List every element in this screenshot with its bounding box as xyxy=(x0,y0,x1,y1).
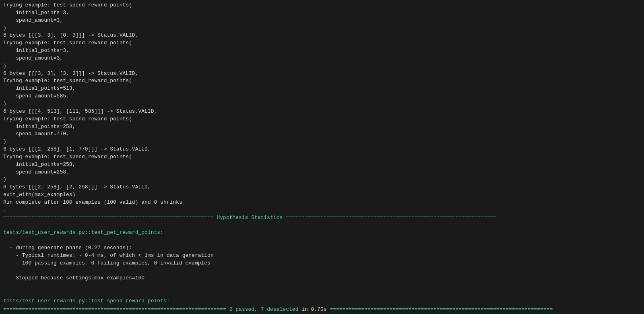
output-line: 6 bytes [[[3, 3], [3, 3]]] -> Status.VAL… xyxy=(3,70,641,78)
output-line: Trying example: test_spend_reward_points… xyxy=(3,153,641,161)
output-line: initial_points=3, xyxy=(3,47,641,55)
terminal-window: Trying example: test_spend_reward_points… xyxy=(0,0,644,314)
output-line: Trying example: test_spend_reward_points… xyxy=(3,2,641,9)
output-line: exit_with(max_examples) xyxy=(3,191,641,199)
output-line: initial_points=513, xyxy=(3,85,641,93)
output-line: 6 bytes [[[4, 513], [111, 585]]] -> Stat… xyxy=(3,108,641,116)
output-line: ) xyxy=(3,138,641,146)
hypothesis-detail: - 100 passing examples, 0 failing exampl… xyxy=(3,260,641,267)
output-line: ) xyxy=(3,25,641,32)
hypothesis-detail: - during generate phase (0.27 seconds): xyxy=(3,244,641,252)
terminal-output: Trying example: test_spend_reward_points… xyxy=(0,0,644,305)
blank-line xyxy=(3,282,641,290)
output-line: Trying example: test_spend_reward_points… xyxy=(3,39,641,47)
output-line: spend_amount=770, xyxy=(3,130,641,138)
blank-line xyxy=(3,290,641,297)
output-line: Run complete after 100 examples (100 val… xyxy=(3,199,641,207)
hypothesis-detail xyxy=(3,267,641,275)
status-bar: ========================================… xyxy=(0,305,644,314)
output-line: 6 bytes [[[3, 3], [0, 3]]] -> Status.VAL… xyxy=(3,32,641,39)
output-line: 6 bytes [[[2, 258], [2, 258]]] -> Status… xyxy=(3,184,641,191)
output-line: ) xyxy=(3,100,641,108)
output-line: ) xyxy=(3,62,641,70)
hypothesis-test-title-2: tests/test_user_rewards.py::test_spend_r… xyxy=(3,297,641,305)
output-line: spend_amount=3, xyxy=(3,55,641,62)
output-line: spend_amount=258, xyxy=(3,169,641,176)
output-line: initial_points=3, xyxy=(3,9,641,17)
output-line: ) xyxy=(3,176,641,184)
output-line: Trying example: test_spend_reward_points… xyxy=(3,116,641,123)
output-line: Trying example: test_spend_reward_points… xyxy=(3,77,641,85)
hypothesis-detail: - Typical runtimes: ~ 0-4 ms, of which <… xyxy=(3,252,641,260)
output-line: initial_points=258, xyxy=(3,161,641,169)
blank-line xyxy=(3,221,641,229)
output-line: spend_amount=3, xyxy=(3,17,641,25)
output-line: spend_amount=585, xyxy=(3,93,641,100)
hypothesis-detail xyxy=(3,237,641,244)
output-line: . xyxy=(3,207,641,214)
output-line: initial_points=258, xyxy=(3,123,641,131)
hypothesis-test-title-1: tests/test_user_rewards.py::test_get_rew… xyxy=(3,229,641,237)
output-line: 6 bytes [[[2, 258], [1, 770]]] -> Status… xyxy=(3,146,641,153)
hypothesis-detail: - Stopped because settings.max_examples=… xyxy=(3,275,641,282)
hypothesis-separator: ========================================… xyxy=(3,214,641,222)
